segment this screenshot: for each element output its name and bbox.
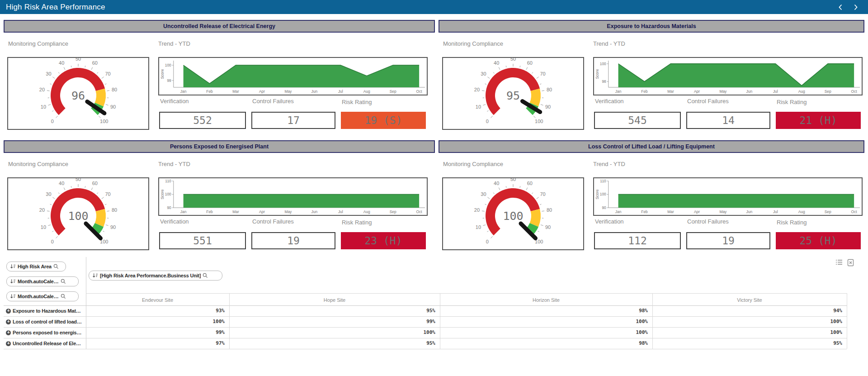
trend-ytd-chart[interactable]: 99100ScoreJanFebMarAprMayJunJulAugSepOct [158,57,428,95]
column-header-endevour[interactable]: Endevour Site [86,295,229,305]
section-title: Exposure to Hazardous Materials [607,23,696,29]
search-icon[interactable] [61,294,66,299]
svg-text:10: 10 [41,104,46,109]
chevron-right-icon [853,4,859,11]
svg-text:0: 0 [486,119,489,124]
cell: 100% [652,316,842,327]
svg-text:Jul: Jul [338,209,343,214]
monitoring-compliance-gauge[interactable]: 0102030405060708090100100 [7,177,149,250]
sort-icon [10,294,16,299]
svg-text:95: 95 [506,89,520,102]
gauge-title: Monitoring Compliance [443,40,503,47]
list-menu-icon[interactable] [835,259,843,266]
area-chart: 90100110ScoreJanFebMarAprMayJunJulAugSep… [159,178,427,215]
grid-line [4,349,847,349]
svg-text:Apr: Apr [694,89,700,94]
row-uncontrolled-release[interactable]: +Uncontrolled Release of Ele… [4,338,84,349]
svg-text:100: 100 [600,62,606,66]
gauge-chart: 010203040506070809010096 [8,58,148,129]
svg-text:May: May [719,209,727,214]
prev-sheet-button[interactable] [836,3,844,11]
search-icon[interactable] [53,264,59,269]
svg-text:Oct: Oct [851,89,858,94]
svg-text:May: May [284,209,292,214]
trend-title: Trend - YTD [158,40,190,47]
gauge-chart: 0102030405060708090100100 [443,178,583,249]
filter-label: Month.autoCale… [18,294,59,299]
svg-text:Jun: Jun [311,209,318,214]
monitoring-compliance-gauge[interactable]: 010203040506070809010096 [7,57,149,130]
filter-high-risk-area[interactable]: High Risk Area [6,262,66,271]
row-persons-exposed[interactable]: +Persons exposed to energis… [4,327,84,338]
svg-text:Score: Score [160,69,165,79]
svg-text:Jul: Jul [338,89,343,94]
trend-title: Trend - YTD [593,40,625,47]
risk-rating-label: Risk Rating [777,99,807,105]
chevron-left-icon [838,4,843,11]
dimension-chip-business-unit[interactable]: [High Risk Area Performance.Business Uni… [89,271,222,281]
svg-text:90: 90 [167,205,171,210]
svg-text:May: May [284,89,292,94]
svg-text:50: 50 [510,178,516,182]
column-header-horizon[interactable]: Horizon Site [440,295,652,305]
monitoring-compliance-gauge[interactable]: 010203040506070809010095 [442,57,584,130]
area-chart: 98100ScoreJanFebMarAprMayJunJulAugSepOct [594,58,862,95]
svg-text:40: 40 [494,60,499,66]
svg-text:100: 100 [535,119,543,124]
filter-month-2[interactable]: Month.autoCale… [6,291,79,301]
risk-rating-label: Risk Rating [342,219,372,226]
section-header: Loss Control of Lifted Load / Lifting Eq… [439,140,864,153]
expand-icon[interactable]: + [6,341,11,346]
trend-ytd-chart[interactable]: 98100ScoreJanFebMarAprMayJunJulAugSepOct [593,57,863,95]
search-icon[interactable] [61,279,66,284]
svg-text:98: 98 [602,79,606,84]
svg-text:50: 50 [510,58,516,62]
svg-text:80: 80 [547,87,552,92]
sort-icon [92,273,98,278]
filter-month-1[interactable]: Month.autoCale… [6,276,79,286]
svg-text:40: 40 [59,181,64,186]
cell: 100% [229,327,435,338]
quadrant-exposure-hazardous-materials: Exposure to Hazardous Materials Monitori… [439,20,864,136]
row-exposure-hazardous[interactable]: +Exposure to Hazardous Mat… [4,305,84,316]
svg-text:60: 60 [92,181,98,186]
filter-label: Month.autoCale… [18,279,59,284]
trend-ytd-chart[interactable]: 90100110ScoreJanFebMarAprMayJunJulAugSep… [593,177,863,216]
column-header-victory[interactable]: Victory Site [652,295,847,305]
row-label: Persons exposed to energis… [13,330,81,335]
svg-text:70: 70 [105,71,110,76]
export-data-icon[interactable] [847,259,854,267]
verification-label: Verification [160,218,189,225]
svg-text:30: 30 [481,191,486,197]
search-icon[interactable] [203,273,208,278]
section-title: Persons Exposed to Energised Plant [170,143,269,150]
svg-text:Feb: Feb [641,89,648,94]
trend-title: Trend - YTD [158,161,190,167]
risk-rating-label: Risk Rating [342,99,372,105]
control-failures-kpi: 19 [251,232,335,249]
svg-text:Sep: Sep [390,89,396,94]
trend-ytd-chart[interactable]: 90100110ScoreJanFebMarAprMayJunJulAugSep… [158,177,428,216]
expand-icon[interactable]: + [6,330,11,335]
section-header: Uncontrolled Release of Electrical Energ… [4,20,435,33]
column-header-hope[interactable]: Hope Site [229,295,440,305]
top-bar: High Risk Area Performance [0,0,868,14]
svg-text:40: 40 [59,60,64,66]
next-sheet-button[interactable] [852,3,860,11]
monitoring-compliance-gauge[interactable]: 0102030405060708090100100 [442,177,584,250]
control-failures-kpi: 19 [686,232,770,249]
verification-label: Verification [595,218,624,225]
verification-label: Verification [160,98,189,105]
svg-text:Mar: Mar [667,209,674,214]
filter-label: High Risk Area [18,264,52,269]
gauge-title: Monitoring Compliance [443,161,503,167]
expand-icon[interactable]: + [6,319,11,324]
row-label: Exposure to Hazardous Mat… [13,308,81,314]
svg-text:20: 20 [39,87,45,92]
control-failures-kpi: 17 [251,112,335,129]
row-loss-of-control[interactable]: +Loss of control of lifted load… [4,316,84,327]
expand-icon[interactable]: + [6,309,11,314]
svg-text:80: 80 [112,207,117,213]
grid-line [847,293,847,349]
svg-text:Score: Score [595,69,599,79]
